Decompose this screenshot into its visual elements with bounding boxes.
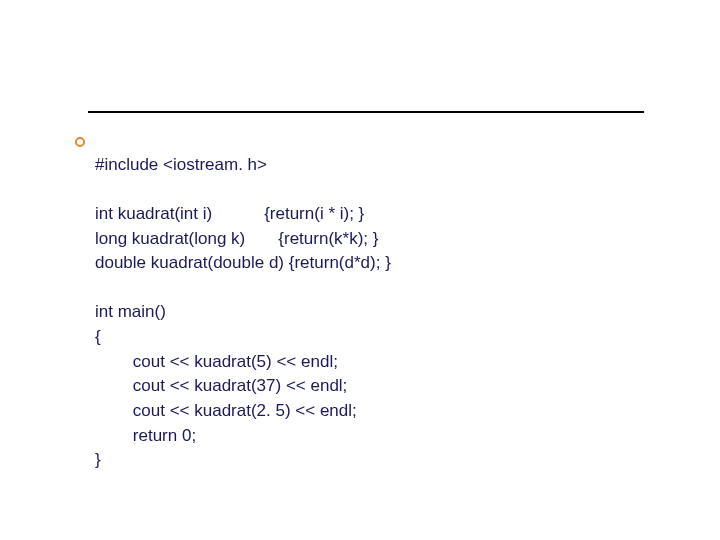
code-brace-close: } [95, 450, 101, 469]
bullet-icon [75, 137, 85, 147]
divider-top [88, 111, 644, 113]
code-brace-open: { [95, 327, 101, 346]
code-fn1-sig: int kuadrat(int i) [95, 204, 212, 223]
code-fn3-body: {return(d*d); } [289, 253, 391, 272]
code-include-line: #include <iostream. h> [95, 155, 267, 174]
code-fn1-body: {return(i * i); } [264, 204, 364, 223]
code-block: #include <iostream. h> int kuadrat(int i… [95, 128, 655, 498]
code-fn2-body: {return(k*k); } [278, 229, 378, 248]
code-stmt-cout-5: cout << kuadrat(5) << endl; [133, 352, 338, 371]
code-stmt-cout-2-5: cout << kuadrat(2. 5) << endl; [133, 401, 357, 420]
code-stmt-cout-37: cout << kuadrat(37) << endl; [133, 376, 348, 395]
code-fn2-sig: long kuadrat(long k) [95, 229, 245, 248]
code-fn3-sig: double kuadrat(double d) [95, 253, 284, 272]
slide: #include <iostream. h> int kuadrat(int i… [0, 0, 720, 540]
code-stmt-return: return 0; [133, 426, 196, 445]
code-main-decl: int main() [95, 302, 166, 321]
